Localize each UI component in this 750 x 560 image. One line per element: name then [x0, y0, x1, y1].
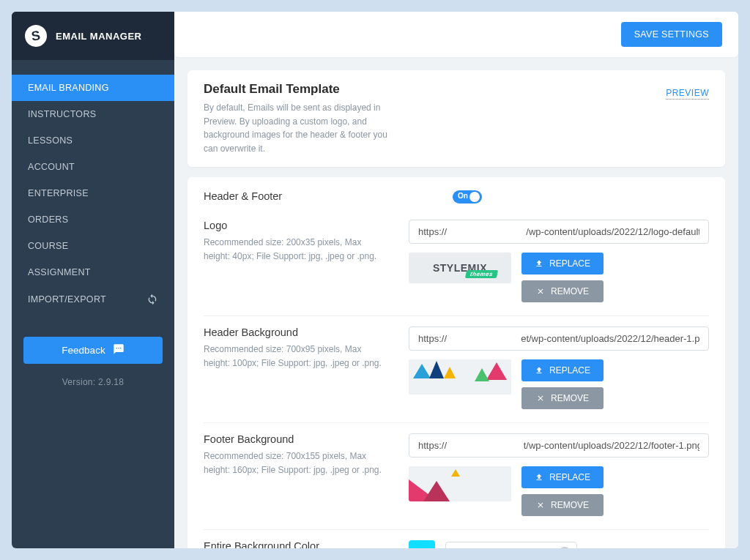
sidebar-item-assignment[interactable]: ASSIGNMENT — [12, 259, 174, 285]
bg-color-swatch[interactable] — [409, 540, 435, 548]
sidebar-item-label: ORDERS — [28, 214, 68, 225]
header-card: Default Email Template By default, Email… — [188, 70, 725, 167]
footer-bg-section: Footer Background Recommended size: 700x… — [204, 422, 709, 529]
sidebar-item-label: COURSE — [28, 241, 68, 251]
topbar: SAVE SETTINGS — [174, 12, 738, 57]
footer-bg-remove-button[interactable]: REMOVE — [521, 494, 604, 516]
close-icon — [536, 287, 545, 296]
feedback-label: Feedback — [62, 345, 105, 356]
header-card-text: Default Email Template By default, Email… — [204, 82, 394, 155]
logo-section: Logo Recommended size: 200x35 pixels, Ma… — [204, 209, 709, 316]
header-footer-label: Header & Footer — [204, 190, 282, 202]
page-title: Default Email Template — [204, 82, 394, 97]
footer-bg-thumbnail — [409, 466, 511, 501]
brand-header: S EMAIL MANAGER — [12, 12, 174, 60]
sidebar-item-import-export[interactable]: IMPORT/EXPORT — [12, 285, 174, 313]
logo-label: Logo — [204, 220, 387, 231]
footer-bg-url-input[interactable] — [409, 433, 709, 458]
toggle-state-label: On — [458, 192, 468, 200]
bg-color-input[interactable] — [445, 542, 577, 548]
header-footer-row: Header & Footer On — [204, 189, 709, 209]
sidebar-item-label: INSTRUCTORS — [28, 109, 96, 119]
sidebar-item-account[interactable]: ACCOUNT — [12, 154, 174, 180]
refresh-icon — [146, 294, 158, 305]
header-footer-toggle[interactable]: On — [453, 190, 482, 204]
header-bg-replace-button[interactable]: REPLACE — [521, 359, 604, 381]
sidebar-item-instructors[interactable]: INSTRUCTORS — [12, 101, 174, 127]
version-text: Version: 2.9.18 — [12, 371, 174, 393]
logo-replace-button[interactable]: REPLACE — [521, 253, 604, 275]
sidebar-item-label: ACCOUNT — [28, 162, 75, 172]
preview-link[interactable]: PREVIEW — [666, 88, 709, 100]
nav: EMAIL BRANDING INSTRUCTORS LESSONS ACCOU… — [12, 60, 174, 313]
sidebar-item-lessons[interactable]: LESSONS — [12, 127, 174, 154]
sidebar-item-orders[interactable]: ORDERS — [12, 206, 174, 233]
page-description: By default, Emails will be sent as displ… — [204, 101, 394, 155]
logo-url-input[interactable] — [409, 220, 709, 244]
logo-hint: Recommended size: 200x35 pixels, Max hei… — [204, 236, 387, 263]
logo-thumbnail: STYLEMIX themes — [409, 253, 511, 283]
header-bg-label: Header Background — [204, 326, 387, 338]
feedback-button[interactable]: Feedback — [23, 337, 163, 364]
sidebar-item-label: EMAIL BRANDING — [28, 83, 109, 93]
save-settings-button[interactable]: SAVE SETTINGS — [621, 22, 722, 47]
footer-bg-replace-button[interactable]: REPLACE — [521, 466, 604, 488]
main-panel: SAVE SETTINGS Default Email Template By … — [174, 12, 738, 548]
sidebar-item-enterprise[interactable]: ENTERPRISE — [12, 180, 174, 206]
sidebar-item-label: LESSONS — [28, 135, 73, 146]
bg-color-label: Entire Background Color — [204, 540, 387, 548]
sidebar-item-label: ASSIGNMENT — [28, 267, 91, 277]
sidebar-item-label: ENTERPRISE — [28, 188, 89, 198]
logo-brand-badge: themes — [465, 270, 498, 278]
brand-logo: S — [23, 23, 48, 48]
footer-bg-label: Footer Background — [204, 433, 387, 445]
chat-icon — [113, 343, 125, 357]
logo-brand-text: STYLEMIX themes — [433, 262, 487, 274]
logo-remove-button[interactable]: REMOVE — [521, 280, 604, 302]
sidebar-item-course[interactable]: COURSE — [12, 233, 174, 259]
app-root: S EMAIL MANAGER EMAIL BRANDING INSTRUCTO… — [12, 12, 738, 548]
header-bg-hint: Recommended size: 700x95 pixels, Max hei… — [204, 343, 387, 370]
settings-card: Header & Footer On Logo Recommended size… — [188, 177, 725, 548]
bg-color-section: Entire Background Color — [204, 529, 709, 548]
upload-icon — [535, 366, 543, 375]
header-bg-section: Header Background Recommended size: 700x… — [204, 316, 709, 422]
header-bg-thumbnail — [409, 359, 511, 395]
close-icon — [536, 394, 545, 403]
header-bg-remove-button[interactable]: REMOVE — [521, 387, 604, 409]
brand-title: EMAIL MANAGER — [56, 31, 141, 42]
feedback-wrap: Feedback — [12, 313, 174, 371]
sidebar-item-email-branding[interactable]: EMAIL BRANDING — [12, 75, 174, 101]
close-icon — [536, 501, 545, 509]
upload-icon — [535, 473, 543, 482]
header-bg-url-input[interactable] — [409, 326, 709, 351]
footer-bg-hint: Recommended size: 700x155 pixels, Max he… — [204, 449, 387, 477]
sidebar-item-label: IMPORT/EXPORT — [28, 294, 106, 305]
upload-icon — [535, 259, 543, 268]
sidebar: S EMAIL MANAGER EMAIL BRANDING INSTRUCTO… — [12, 12, 174, 548]
